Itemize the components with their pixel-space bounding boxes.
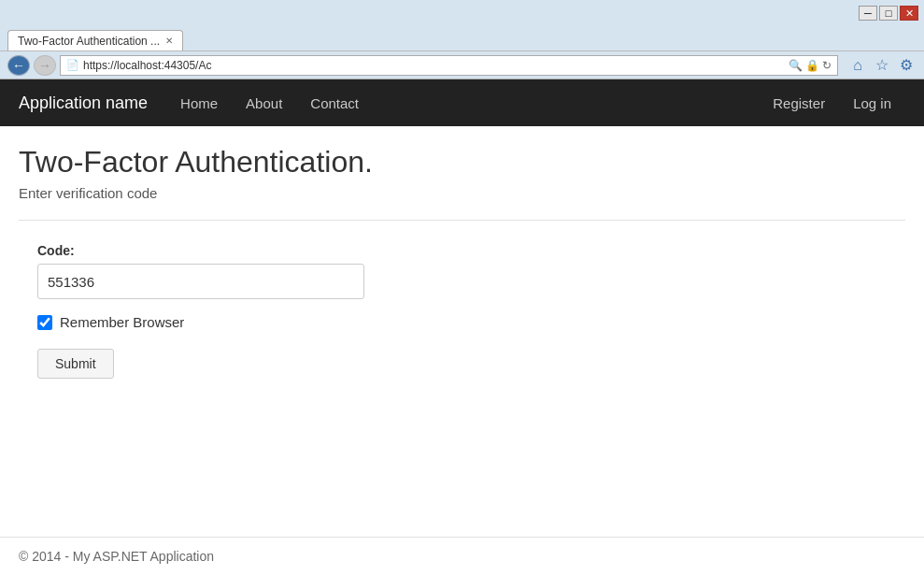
home-toolbar-icon[interactable]: ⌂	[847, 55, 868, 76]
submit-button[interactable]: Submit	[37, 349, 114, 379]
favorites-icon[interactable]: ☆	[872, 55, 892, 76]
tab-bar: Two-Factor Authentication ... ✕	[0, 26, 924, 50]
address-bar-row: ← → 📄 https://localhost:44305/Ac 🔍 🔒 ↻ ⌂…	[0, 50, 924, 79]
main-content: Two-Factor Authentication. Enter verific…	[0, 126, 924, 379]
nav-register[interactable]: Register	[759, 79, 839, 126]
code-field-group: Code:	[37, 243, 411, 299]
nav-link-contact[interactable]: Contact	[296, 79, 373, 126]
app-nav: Application name Home About Contact Regi…	[0, 79, 924, 126]
back-button[interactable]: ←	[7, 55, 30, 76]
nav-right: Register Log in	[759, 79, 905, 126]
tab-close-button[interactable]: ✕	[165, 36, 173, 46]
divider	[19, 220, 905, 221]
code-label: Code:	[37, 243, 411, 258]
remember-browser-checkbox[interactable]	[37, 315, 52, 330]
search-icon: 🔍	[789, 59, 803, 72]
nav-link-about[interactable]: About	[232, 79, 296, 126]
page-icon: 📄	[66, 59, 79, 71]
url-text: https://localhost:44305/Ac	[83, 59, 789, 72]
close-button[interactable]: ✕	[900, 6, 918, 21]
active-tab[interactable]: Two-Factor Authentication ... ✕	[7, 30, 183, 50]
nav-link-home[interactable]: Home	[166, 79, 232, 126]
nav-login[interactable]: Log in	[839, 79, 905, 126]
page-subtitle: Enter verification code	[19, 185, 905, 201]
remember-browser-row: Remember Browser	[37, 314, 411, 330]
browser-chrome: ─ □ ✕ Two-Factor Authentication ... ✕ ← …	[0, 0, 924, 79]
page-title: Two-Factor Authentication.	[19, 145, 905, 180]
form-section: Code: Remember Browser Submit	[19, 243, 411, 379]
lock-icon: 🔒	[805, 59, 819, 72]
toolbar-icons: ⌂ ☆ ⚙	[847, 55, 917, 76]
address-icons: 🔍 🔒 ↻	[789, 59, 832, 72]
app-brand[interactable]: Application name	[19, 93, 148, 113]
refresh-icon: ↻	[822, 59, 832, 72]
tab-title: Two-Factor Authentication ...	[18, 35, 160, 48]
maximize-button[interactable]: □	[879, 6, 898, 21]
nav-links: Home About Contact	[166, 79, 373, 126]
settings-icon[interactable]: ⚙	[896, 55, 917, 76]
forward-button[interactable]: →	[34, 55, 56, 76]
minimize-button[interactable]: ─	[859, 6, 877, 21]
remember-browser-label: Remember Browser	[60, 314, 184, 330]
footer-text: © 2014 - My ASP.NET Application	[19, 549, 214, 564]
address-input[interactable]: 📄 https://localhost:44305/Ac 🔍 🔒 ↻	[60, 55, 838, 76]
footer: © 2014 - My ASP.NET Application	[0, 537, 924, 575]
code-input[interactable]	[37, 264, 364, 299]
title-bar: ─ □ ✕	[0, 0, 924, 26]
